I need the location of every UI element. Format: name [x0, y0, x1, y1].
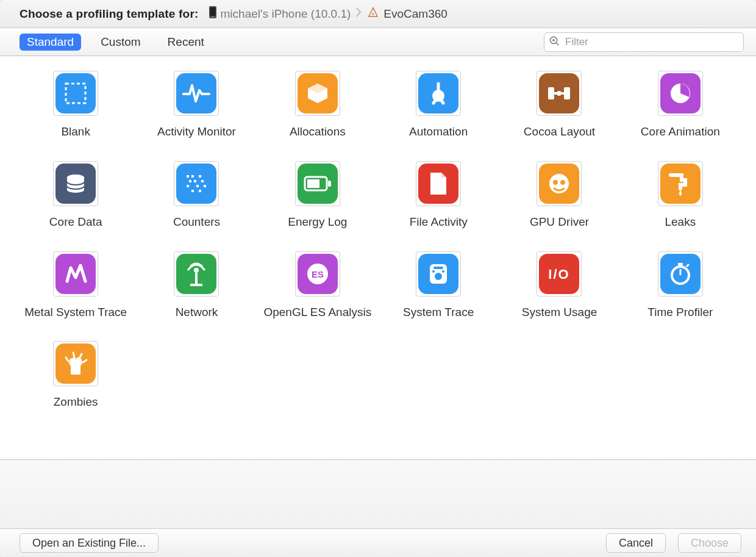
template-activity-monitor[interactable]: Activity Monitor	[139, 71, 254, 139]
template-network[interactable]: Network	[139, 251, 254, 320]
allocations-icon	[298, 73, 338, 113]
zombies-icon	[55, 343, 96, 384]
svg-point-39	[432, 270, 435, 273]
svg-text:ES: ES	[312, 269, 324, 279]
energy-icon	[298, 164, 338, 204]
template-system-usage[interactable]: I/O System Usage	[502, 251, 616, 320]
cancel-button[interactable]: Cancel	[606, 533, 666, 553]
core-animation-icon	[660, 73, 701, 113]
device-icon	[209, 5, 217, 22]
header-title: Choose a profiling template for:	[20, 7, 199, 21]
template-automation[interactable]: Automation	[381, 71, 496, 139]
target-selector[interactable]: michael's iPhone (10.0.1) EvoCam360	[205, 5, 448, 22]
app-name: EvoCam360	[383, 7, 448, 21]
template-metal-system-trace[interactable]: Metal System Trace	[18, 251, 133, 320]
tab-custom[interactable]: Custom	[93, 34, 148, 51]
chevron-right-icon	[354, 7, 363, 20]
template-gpu-driver[interactable]: GPU Driver	[502, 161, 616, 229]
svg-rect-21	[196, 185, 199, 187]
choose-button[interactable]: Choose	[678, 533, 741, 553]
svg-rect-38	[433, 267, 443, 269]
template-label: Core Data	[49, 215, 102, 229]
template-label: Blank	[61, 124, 90, 139]
template-label: Energy Log	[288, 215, 347, 229]
template-label: Time Profiler	[647, 305, 713, 320]
template-label: Allocations	[290, 124, 346, 139]
activity-icon	[176, 73, 216, 113]
template-energy-log[interactable]: Energy Log	[260, 161, 375, 229]
svg-rect-22	[204, 185, 206, 187]
open-existing-button[interactable]: Open an Existing File...	[20, 533, 159, 553]
counters-icon	[176, 164, 216, 204]
svg-rect-17	[189, 180, 191, 182]
template-label: Cocoa Layout	[524, 124, 595, 139]
template-label: Activity Monitor	[157, 124, 236, 139]
template-chooser-window: Choose a profiling template for: michael…	[0, 0, 756, 557]
template-label: Network	[176, 305, 218, 320]
svg-rect-16	[199, 175, 201, 178]
tab-recent[interactable]: Recent	[160, 34, 212, 51]
template-label: Zombies	[54, 395, 98, 409]
svg-rect-23	[191, 190, 194, 192]
metal-icon	[55, 254, 96, 294]
template-label: Metal System Trace	[24, 305, 127, 320]
svg-rect-1	[210, 7, 215, 16]
svg-point-11	[557, 91, 562, 96]
template-counters[interactable]: Counters	[139, 161, 254, 229]
template-label: GPU Driver	[530, 215, 589, 229]
svg-rect-9	[548, 87, 554, 99]
svg-point-40	[442, 270, 444, 273]
svg-rect-10	[564, 87, 570, 99]
svg-text:I/O: I/O	[549, 267, 570, 282]
app-icon	[366, 5, 380, 22]
template-file-activity[interactable]: File Activity	[381, 161, 496, 229]
template-label: OpenGL ES Analysis	[263, 305, 371, 320]
template-core-animation[interactable]: Core Animation	[623, 71, 738, 139]
device-name: michael's iPhone (10.0.1)	[221, 7, 351, 21]
svg-point-37	[435, 273, 442, 280]
svg-line-4	[556, 43, 558, 45]
template-leaks[interactable]: Leaks	[623, 161, 738, 229]
svg-rect-20	[187, 185, 189, 187]
svg-rect-6	[66, 84, 85, 103]
svg-rect-24	[199, 190, 201, 192]
footer-bar: Open an Existing File... Cancel Choose	[0, 529, 756, 557]
svg-rect-26	[328, 181, 331, 187]
gpu-icon	[539, 164, 579, 204]
svg-point-32	[194, 268, 199, 273]
file-activity-icon	[418, 164, 458, 204]
template-blank[interactable]: Blank	[18, 71, 133, 139]
template-system-trace[interactable]: System Trace	[381, 251, 496, 320]
automation-icon	[418, 73, 458, 113]
template-label: Leaks	[665, 215, 696, 229]
template-zombies[interactable]: Zombies	[18, 341, 133, 409]
template-core-data[interactable]: Core Data	[18, 161, 133, 229]
system-trace-icon	[418, 254, 458, 294]
template-time-profiler[interactable]: Time Profiler	[623, 251, 738, 320]
tab-standard[interactable]: Standard	[20, 34, 81, 51]
cocoa-layout-icon	[539, 73, 579, 113]
toolbar: Standard Custom Recent	[0, 28, 756, 56]
template-grid-scroll[interactable]: Blank Activity Monitor Allocations Autom…	[0, 56, 756, 460]
svg-rect-18	[194, 180, 196, 182]
template-cocoa-layout[interactable]: Cocoa Layout	[502, 71, 616, 139]
template-label: Automation	[409, 124, 468, 139]
search-icon	[549, 35, 560, 49]
svg-rect-14	[187, 175, 189, 178]
template-label: Core Animation	[641, 124, 720, 139]
svg-point-2	[212, 16, 213, 18]
template-allocations[interactable]: Allocations	[260, 71, 375, 139]
svg-point-29	[553, 180, 558, 185]
template-opengl-es-analysis[interactable]: ES OpenGL ES Analysis	[260, 251, 375, 320]
opengl-icon: ES	[298, 254, 338, 294]
header-bar: Choose a profiling template for: michael…	[0, 0, 756, 28]
blank-icon	[55, 73, 96, 113]
svg-rect-15	[191, 175, 194, 178]
svg-rect-27	[307, 179, 319, 188]
leaks-icon	[660, 164, 701, 204]
filter-input[interactable]	[544, 32, 744, 52]
svg-rect-19	[201, 180, 204, 182]
description-panel	[0, 460, 756, 529]
time-profiler-icon	[660, 254, 701, 294]
template-label: File Activity	[410, 215, 468, 229]
